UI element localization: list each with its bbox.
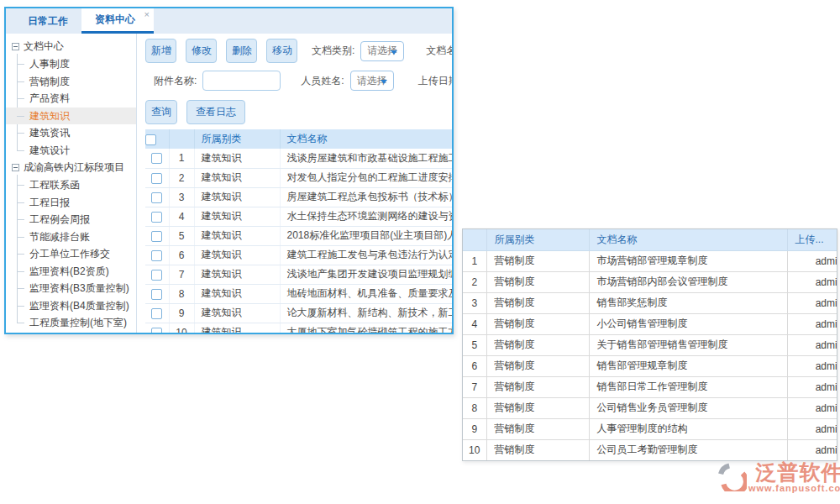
tab-data-center[interactable]: 资料中心 ×	[81, 8, 154, 34]
table-row[interactable]: 8 建筑知识 地砖地面材料、机具准备、质量要求及...	[145, 284, 452, 303]
table-row[interactable]: 8 营销制度 公司销售业务员管理制度 admin	[463, 397, 837, 418]
row-doc-name: 关于销售部管理销售管理制度	[589, 334, 787, 355]
row-index: 3	[463, 292, 486, 313]
tree-item-construction-news[interactable]: 建筑资讯	[6, 124, 136, 142]
doc-name-label: 文档名称:	[426, 44, 452, 58]
row-doc-name: 浅谈地产集团开发建设项目监理规划编...	[280, 265, 452, 284]
tree-item-construction-knowledge[interactable]: 建筑知识	[6, 108, 136, 125]
tree-item-daily-report[interactable]: 工程日报	[6, 194, 136, 212]
tree-root-document-center[interactable]: 文档中心	[6, 38, 136, 55]
tree-item-quality-control-basement[interactable]: 工程质量控制(地下室)	[6, 314, 136, 332]
table-row[interactable]: 9 建筑知识 论大厦新材料、新结构、新技术，新工...	[145, 303, 452, 323]
attachment-label: 附件名称:	[154, 74, 197, 88]
row-doc-name: 建筑工程施工发包与承包违法行为认定...	[280, 245, 452, 265]
row-checkbox[interactable]	[151, 192, 162, 203]
row-checkbox[interactable]	[151, 212, 162, 223]
row-index: 5	[169, 226, 194, 245]
tree-item-contact-letter[interactable]: 工程联系函	[6, 176, 136, 194]
row-checkbox[interactable]	[151, 289, 162, 300]
table-row[interactable]: 5 建筑知识 2018标准化监理项目部(业主项目部)人员...	[145, 226, 452, 245]
fanpu-logo: 泛普软件 www.fanpusoft.com	[717, 461, 840, 493]
table-row[interactable]: 6 营销制度 销售部管理规章制度 admin	[463, 355, 837, 376]
tree-root-project[interactable]: 成渝高铁内江标段项目	[6, 159, 136, 176]
row-category: 建筑知识	[194, 149, 280, 168]
row-checkbox[interactable]	[151, 328, 162, 333]
table-row[interactable]: 3 建筑知识 房屋建筑工程总承包投标书（技术标）...	[145, 187, 452, 207]
row-index: 1	[463, 250, 486, 271]
table-row[interactable]: 10 建筑知识 大厦地下室加气砼墙砌筑工程的施工方...	[145, 323, 452, 333]
row-checkbox[interactable]	[151, 250, 162, 261]
row-doc-name: 销售部奖惩制度	[589, 292, 787, 313]
tab-daily-work[interactable]: 日常工作	[14, 8, 81, 34]
tree-item-work-transfer[interactable]: 分工单位工作移交	[6, 245, 136, 263]
toolbar-row: 新增 修改 删除 移动 文档类别: 请选择 文档名称:	[145, 39, 452, 63]
row-category: 建筑知识	[194, 187, 280, 207]
close-icon[interactable]: ×	[144, 10, 150, 19]
category-tree: 文档中心 人事制度 营销制度 产品资料 建筑知识 建筑资讯 建筑设计 成渝高铁内…	[6, 34, 137, 333]
table-row[interactable]: 7 营销制度 销售部日常工作管理制度 admin	[463, 376, 837, 397]
table-row[interactable]: 4 建筑知识 水土保持生态环境监测网络的建设与资...	[145, 207, 452, 226]
table-row[interactable]: 9 营销制度 人事管理制度的结构 admin	[463, 418, 837, 439]
collapse-icon[interactable]	[12, 164, 19, 171]
doc-type-label: 文档类别:	[312, 44, 354, 58]
row-category: 营销制度	[486, 334, 589, 355]
row-index: 2	[169, 168, 194, 187]
tab-bar: 日常工作 资料中心 ×	[6, 8, 452, 34]
delete-button[interactable]: 删除	[226, 39, 257, 63]
row-checkbox[interactable]	[151, 173, 162, 184]
row-index: 7	[169, 265, 194, 284]
doc-type-select[interactable]: 请选择	[360, 41, 404, 61]
table-row[interactable]: 7 建筑知识 浅谈地产集团开发建设项目监理规划编...	[145, 265, 452, 284]
row-index: 6	[463, 355, 486, 376]
row-uploader: admin	[787, 250, 837, 271]
row-category: 营销制度	[486, 250, 589, 271]
row-checkbox[interactable]	[151, 153, 162, 164]
logo-url: www.fanpusoft.com	[748, 483, 840, 493]
tree-item-supervision-b4[interactable]: 监理资料(B4质量控制)	[6, 297, 136, 315]
col-index	[169, 129, 194, 149]
row-index: 7	[463, 376, 486, 397]
row-category: 建筑知识	[194, 226, 280, 245]
row-index: 4	[169, 207, 194, 226]
row-category: 营销制度	[486, 418, 589, 439]
row-checkbox[interactable]	[151, 270, 162, 281]
tree-item-construction-design[interactable]: 建筑设计	[6, 142, 136, 160]
col-uploader: 上传...	[787, 229, 837, 250]
table-row[interactable]: 2 营销制度 市场营销部内部会议管理制度 admin	[463, 271, 837, 292]
table-row[interactable]: 2 建筑知识 对发包人指定分包的工程施工进度安排...	[145, 168, 452, 187]
edit-button[interactable]: 修改	[186, 39, 217, 63]
tree-item-marketing-policy[interactable]: 营销制度	[6, 73, 136, 91]
move-button[interactable]: 移动	[266, 39, 297, 63]
row-category: 建筑知识	[194, 245, 280, 265]
row-doc-name: 浅谈房屋建筑和市政基础设施工程施工...	[280, 149, 452, 168]
person-select[interactable]: 请选择	[350, 71, 394, 91]
table-row[interactable]: 4 营销制度 小公司销售管理制度 admin	[463, 313, 837, 334]
row-checkbox[interactable]	[151, 231, 162, 242]
tree-item-supervision-b3[interactable]: 监理资料(B3质量控制)	[6, 280, 136, 297]
tree-item-supervision-b2[interactable]: 监理资料(B2资质)	[6, 263, 136, 281]
table-row[interactable]: 10 营销制度 公司员工考勤管理制度 admin	[463, 439, 837, 460]
table-row[interactable]: 1 建筑知识 浅谈房屋建筑和市政基础设施工程施工...	[145, 149, 452, 168]
add-button[interactable]: 新增	[145, 39, 176, 63]
tree-item-energy-ledger[interactable]: 节能减排台账	[6, 228, 136, 246]
tree-item-hr-policy[interactable]: 人事制度	[6, 55, 136, 73]
table-row[interactable]: 3 营销制度 销售部奖惩制度 admin	[463, 292, 837, 313]
select-all-checkbox[interactable]	[145, 134, 156, 145]
view-log-button[interactable]: 查看日志	[186, 100, 245, 124]
attachment-input[interactable]	[202, 71, 281, 91]
row-index: 9	[169, 303, 194, 323]
row-doc-name: 2018标准化监理项目部(业主项目部)人员...	[280, 226, 452, 245]
tree-item-product-data[interactable]: 产品资料	[6, 90, 136, 108]
tree-label: 成渝高铁内江标段项目	[24, 160, 124, 175]
tree-item-weekly-meeting[interactable]: 工程例会周报	[6, 211, 136, 228]
tree-group-project: 工程联系函 工程日报 工程例会周报 节能减排台账 分工单位工作移交 监理资料(B…	[6, 176, 136, 332]
query-button[interactable]: 查询	[145, 100, 177, 124]
table-row[interactable]: 5 营销制度 关于销售部管理销售管理制度 admin	[463, 334, 837, 355]
table-row[interactable]: 1 营销制度 市场营销部管理规章制度 admin	[463, 250, 837, 271]
table-row[interactable]: 6 建筑知识 建筑工程施工发包与承包违法行为认定...	[145, 245, 452, 265]
row-category: 营销制度	[486, 271, 589, 292]
row-doc-name: 销售部日常工作管理制度	[589, 376, 787, 397]
collapse-icon[interactable]	[12, 43, 19, 50]
row-doc-name: 销售部管理规章制度	[589, 355, 787, 376]
row-checkbox[interactable]	[151, 308, 162, 319]
